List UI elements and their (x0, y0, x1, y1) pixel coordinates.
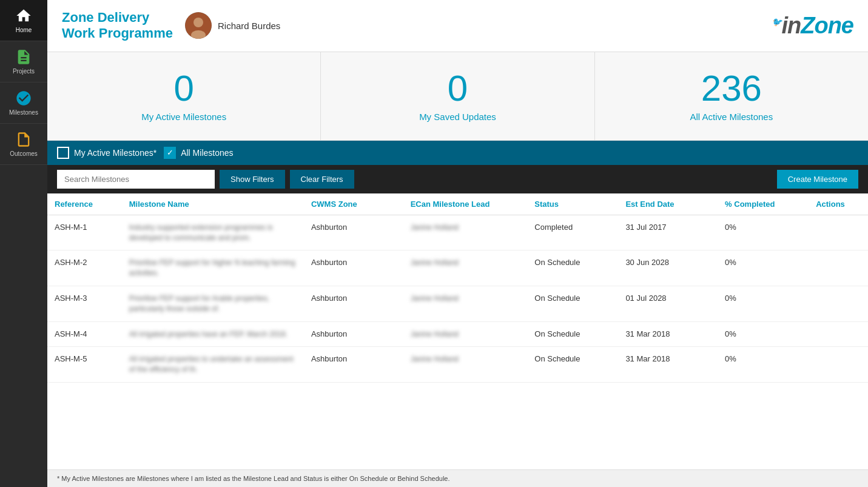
avatar (185, 12, 212, 39)
all-milestones-toggle[interactable]: All Milestones (164, 147, 233, 159)
cell-status-0: Completed (527, 215, 618, 250)
table-toolbar: My Active Milestones* All Milestones (47, 141, 868, 165)
cell-zone-0: Ashburton (304, 215, 403, 250)
cell-zone-1: Ashburton (304, 250, 403, 286)
table-row: ASH-M-4 All irrigated properties have an… (47, 321, 868, 347)
all-milestones-checkbox[interactable] (164, 147, 176, 159)
col-pct-completed: % Completed (718, 193, 809, 215)
cell-lead-1: Janine Holland (403, 250, 528, 286)
footer-note-text: * My Active Milestones are Milestones wh… (57, 475, 450, 482)
stat-all-active-label: All Active Milestones (690, 112, 773, 122)
cell-name-0: Industry supported extension programmes … (122, 215, 304, 250)
col-ecan-lead: ECan Milestone Lead (403, 193, 528, 215)
cell-lead-2: Janine Holland (403, 286, 528, 321)
cell-date-3: 31 Mar 2018 (618, 321, 718, 347)
table-row: ASH-M-2 Prioritise FEP support for highe… (47, 250, 868, 286)
cell-pct-1: 0% (718, 250, 809, 286)
cell-reference-4: ASH-M-5 (47, 347, 122, 383)
col-status: Status (527, 193, 618, 215)
cell-status-3: On Schedule (527, 321, 618, 347)
col-cwms-zone: CWMS Zone (304, 193, 403, 215)
sidebar-item-milestones-label: Milestones (9, 109, 38, 116)
stat-my-saved-label: My Saved Updates (419, 112, 496, 122)
title-line2: Work Programme (62, 25, 173, 41)
milestones-icon (15, 90, 32, 107)
main-content: Zone Delivery Work Programme Richard Bur… (47, 0, 868, 487)
cell-status-4: On Schedule (527, 347, 618, 383)
cell-actions-0 (809, 215, 868, 250)
stat-my-active: 0 My Active Milestones (47, 52, 321, 140)
table-row: ASH-M-3 Prioritise FEP support for Arabl… (47, 286, 868, 321)
cell-date-4: 31 Mar 2018 (618, 347, 718, 383)
milestones-table: Reference Milestone Name CWMS Zone ECan … (47, 193, 868, 383)
svg-point-1 (193, 18, 203, 27)
stats-row: 0 My Active Milestones 0 My Saved Update… (47, 52, 868, 141)
cell-name-1: Prioritise FEP support for higher N leac… (122, 250, 304, 286)
cell-date-1: 30 Jun 2028 (618, 250, 718, 286)
sidebar-item-home[interactable]: Home (0, 0, 47, 41)
sidebar-item-projects[interactable]: Projects (0, 41, 47, 82)
stat-my-active-number: 0 (173, 70, 193, 107)
cell-name-2: Prioritise FEP support for Arable proper… (122, 286, 304, 321)
cell-status-2: On Schedule (527, 286, 618, 321)
cell-actions-3 (809, 321, 868, 347)
clear-filters-button[interactable]: Clear Filters (290, 170, 354, 189)
cell-pct-0: 0% (718, 215, 809, 250)
stat-all-active-number: 236 (701, 70, 762, 107)
sidebar-item-projects-label: Projects (13, 68, 35, 75)
avatar-image (185, 12, 212, 39)
header-left: Zone Delivery Work Programme Richard Bur… (62, 10, 280, 42)
cell-reference-0: ASH-M-1 (47, 215, 122, 250)
table-body: ASH-M-1 Industry supported extension pro… (47, 215, 868, 382)
cell-actions-4 (809, 347, 868, 383)
footer-note: * My Active Milestones are Milestones wh… (47, 469, 868, 487)
col-actions: Actions (809, 193, 868, 215)
projects-icon (15, 49, 32, 65)
app-logo: 🐦inZone (772, 13, 853, 39)
cell-name-3: All irrigated properties have an FEP. Ma… (122, 321, 304, 347)
stat-all-active: 236 All Active Milestones (595, 52, 868, 140)
my-milestones-checkbox[interactable] (57, 147, 69, 159)
sidebar-item-home-label: Home (16, 27, 32, 33)
cell-reference-3: ASH-M-4 (47, 321, 122, 347)
stat-my-saved: 0 My Saved Updates (321, 52, 594, 140)
cell-lead-4: Janine Holland (403, 347, 528, 383)
all-milestones-label: All Milestones (181, 148, 233, 158)
user-info: Richard Burdes (185, 12, 280, 39)
filter-bar: Show Filters Clear Filters Create Milest… (47, 165, 868, 193)
cell-pct-3: 0% (718, 321, 809, 347)
table-header: Reference Milestone Name CWMS Zone ECan … (47, 193, 868, 215)
outcomes-icon (15, 131, 32, 148)
show-filters-button[interactable]: Show Filters (220, 170, 285, 189)
cell-reference-1: ASH-M-2 (47, 250, 122, 286)
cell-pct-2: 0% (718, 286, 809, 321)
stat-my-active-label: My Active Milestones (141, 112, 226, 122)
create-milestone-button[interactable]: Create Milestone (777, 170, 858, 189)
table-row: ASH-M-5 All irrigated properties to unde… (47, 347, 868, 383)
col-milestone-name: Milestone Name (122, 193, 304, 215)
my-milestones-toggle[interactable]: My Active Milestones* (57, 147, 156, 159)
table-section: My Active Milestones* All Milestones Sho… (47, 141, 868, 487)
cell-actions-2 (809, 286, 868, 321)
home-icon (15, 7, 32, 24)
col-est-end-date: Est End Date (618, 193, 718, 215)
sidebar-item-outcomes-label: Outcomes (10, 150, 38, 157)
sidebar-item-milestones[interactable]: Milestones (0, 82, 47, 124)
cell-zone-2: Ashburton (304, 286, 403, 321)
cell-actions-1 (809, 250, 868, 286)
header: Zone Delivery Work Programme Richard Bur… (47, 0, 868, 52)
cell-reference-2: ASH-M-3 (47, 286, 122, 321)
col-reference: Reference (47, 193, 122, 215)
cell-lead-3: Janine Holland (403, 321, 528, 347)
cell-zone-4: Ashburton (304, 347, 403, 383)
cell-date-2: 01 Jul 2028 (618, 286, 718, 321)
sidebar: Home Projects Milestones Outcomes (0, 0, 47, 487)
cell-name-4: All irrigated properties to undertake an… (122, 347, 304, 383)
cell-zone-3: Ashburton (304, 321, 403, 347)
search-input[interactable] (57, 170, 215, 189)
title-line1: Zone Delivery (62, 10, 173, 25)
cell-lead-0: Janine Holland (403, 215, 528, 250)
stat-my-saved-number: 0 (448, 70, 468, 107)
sidebar-item-outcomes[interactable]: Outcomes (0, 124, 47, 165)
my-milestones-label: My Active Milestones* (74, 148, 156, 158)
